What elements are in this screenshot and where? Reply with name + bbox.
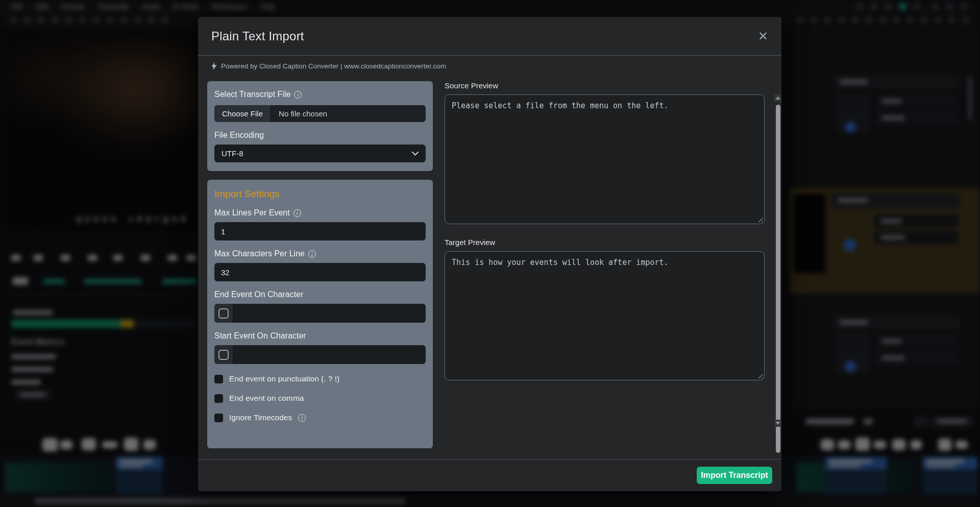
max-chars-label: Max Characters Per Line i bbox=[214, 249, 426, 258]
transcript-file-input[interactable]: Choose File No file chosen bbox=[214, 105, 426, 122]
end-char-inputbox bbox=[214, 304, 426, 323]
powered-by-text: Powered by Closed Caption Converter | ww… bbox=[221, 62, 446, 70]
max-chars-text: Max Characters Per Line bbox=[214, 249, 305, 258]
file-encoding-text: File Encoding bbox=[214, 131, 264, 140]
choose-file-button[interactable]: Choose File bbox=[214, 105, 271, 122]
source-preview-wrap: Please select a file from the menu on th… bbox=[445, 94, 765, 224]
max-lines-text: Max Lines Per Event bbox=[214, 208, 290, 218]
preview-column: Source Preview Please select a file from… bbox=[445, 81, 765, 380]
max-chars-input[interactable] bbox=[214, 263, 426, 281]
start-char-label: Start Event On Character bbox=[214, 331, 426, 341]
import-settings-heading: Import Settings bbox=[214, 188, 426, 200]
file-status-text: No file chosen bbox=[271, 109, 327, 118]
import-settings-panel: Import Settings Max Lines Per Event i Ma… bbox=[207, 180, 433, 448]
start-char-input[interactable] bbox=[233, 345, 426, 364]
file-select-panel: Select Transcript File i Choose File No … bbox=[207, 81, 433, 171]
comma-checkbox[interactable] bbox=[214, 394, 223, 403]
source-preview-label: Source Preview bbox=[445, 81, 765, 90]
powered-by-row: Powered by Closed Caption Converter | ww… bbox=[198, 56, 781, 70]
comma-label: End event on comma bbox=[229, 394, 304, 403]
scrollbar-down-icon[interactable] bbox=[774, 420, 781, 427]
start-char-group: Start Event On Character bbox=[214, 331, 426, 364]
info-icon[interactable]: i bbox=[308, 250, 316, 258]
file-encoding-value: UTF-8 bbox=[222, 149, 243, 158]
comma-checkbox-row: End event on comma bbox=[214, 394, 426, 403]
punctuation-checkbox[interactable] bbox=[214, 375, 223, 383]
info-icon[interactable]: i bbox=[293, 209, 301, 217]
modal-title: Plain Text Import bbox=[211, 29, 304, 43]
timecodes-label: Ignore Timecodes bbox=[229, 413, 292, 422]
start-char-text: Start Event On Character bbox=[214, 331, 306, 341]
target-preview-textarea[interactable]: This is how your events will look after … bbox=[445, 251, 765, 380]
start-char-checkbox[interactable] bbox=[214, 345, 233, 364]
source-preview-textarea[interactable]: Please select a file from the menu on th… bbox=[445, 94, 765, 224]
modal-footer: Import Transcript bbox=[198, 459, 781, 491]
import-options-column: Select Transcript File i Choose File No … bbox=[207, 81, 433, 448]
target-preview-wrap: This is how your events will look after … bbox=[445, 251, 765, 380]
end-char-group: End Event On Character bbox=[214, 290, 426, 323]
max-lines-group: Max Lines Per Event i bbox=[214, 208, 426, 240]
select-transcript-file-label: Select Transcript File i bbox=[214, 90, 426, 99]
import-transcript-button[interactable]: Import Transcript bbox=[697, 467, 772, 484]
info-icon[interactable]: i bbox=[294, 91, 302, 99]
select-transcript-file-text: Select Transcript File bbox=[214, 90, 290, 99]
start-char-inputbox bbox=[214, 345, 426, 364]
timecodes-checkbox[interactable] bbox=[214, 414, 223, 422]
max-lines-input[interactable] bbox=[214, 222, 426, 240]
modal-header: Plain Text Import ✕ bbox=[198, 17, 781, 56]
end-char-text: End Event On Character bbox=[214, 290, 303, 299]
end-char-input[interactable] bbox=[233, 304, 426, 323]
timecodes-checkbox-row: Ignore Timecodes i bbox=[214, 413, 426, 422]
chevron-down-icon bbox=[412, 152, 419, 156]
target-preview-label: Target Preview bbox=[445, 238, 765, 247]
plain-text-import-modal: Plain Text Import ✕ Powered by Closed Ca… bbox=[198, 17, 781, 491]
modal-scrollbar[interactable] bbox=[774, 94, 781, 427]
end-char-label: End Event On Character bbox=[214, 290, 426, 299]
scrollbar-up-icon[interactable] bbox=[774, 94, 781, 102]
lightning-icon bbox=[211, 62, 217, 70]
file-encoding-select[interactable]: UTF-8 bbox=[214, 144, 426, 162]
modal-scrollbar-thumb[interactable] bbox=[776, 105, 780, 453]
modal-body: Powered by Closed Caption Converter | ww… bbox=[198, 56, 781, 459]
file-encoding-label: File Encoding bbox=[214, 131, 426, 140]
end-char-checkbox[interactable] bbox=[214, 304, 233, 323]
info-icon[interactable]: i bbox=[298, 414, 306, 422]
punctuation-checkbox-row: End event on punctuation (. ? !) bbox=[214, 374, 426, 383]
max-chars-group: Max Characters Per Line i bbox=[214, 249, 426, 281]
close-icon[interactable]: ✕ bbox=[758, 30, 768, 42]
punctuation-label: End event on punctuation (. ? !) bbox=[229, 374, 339, 383]
max-lines-label: Max Lines Per Event i bbox=[214, 208, 426, 218]
